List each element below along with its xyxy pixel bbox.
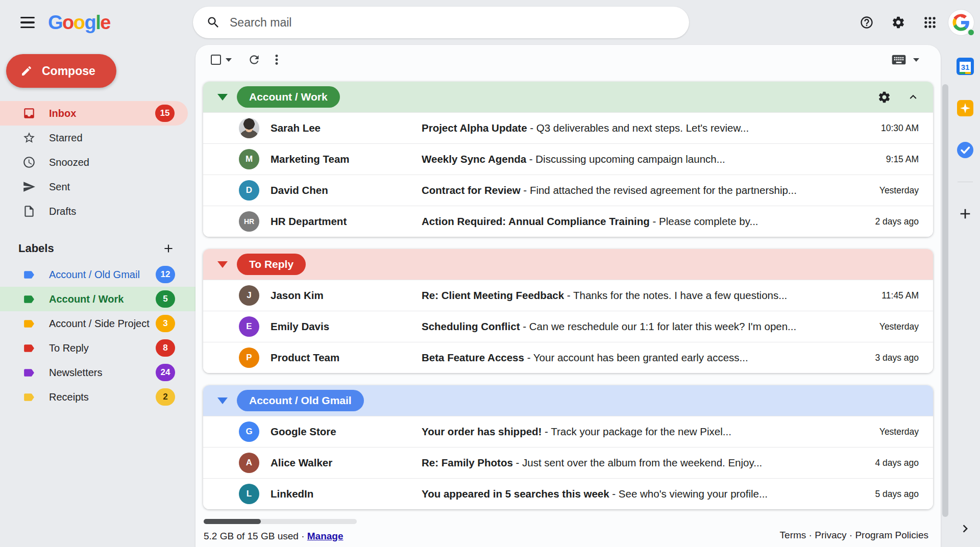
scrollbar-thumb[interactable]	[204, 519, 261, 524]
program-policies-link[interactable]: Program Policies	[855, 530, 928, 540]
mail-list-panel: Account / Work Sarah Lee Project Alpha U…	[195, 45, 941, 547]
email-sender: David Chen	[271, 184, 422, 196]
tasks-icon[interactable]	[955, 140, 975, 160]
main-menu-icon[interactable]	[15, 10, 40, 35]
collapse-triangle-icon[interactable]	[217, 94, 228, 101]
sidebar-label-newsletters[interactable]: Newsletters 24	[0, 360, 195, 385]
add-label-icon[interactable]	[162, 242, 175, 255]
privacy-link[interactable]: Privacy	[815, 530, 846, 540]
avatar: D	[239, 180, 259, 201]
horizontal-scrollbar[interactable]	[204, 519, 357, 524]
collapse-triangle-icon[interactable]	[217, 261, 228, 268]
collapse-section-icon[interactable]	[906, 90, 920, 104]
clock-icon	[22, 156, 36, 169]
sidebar-item-label: Inbox	[49, 108, 155, 119]
unread-count-badge: 15	[155, 105, 175, 122]
pencil-icon	[20, 65, 33, 77]
email-row[interactable]: M Marketing Team Weekly Sync Agenda - Di…	[203, 143, 933, 175]
mail-section-account-old-gmail: Account / Old Gmail G Google Store Your …	[203, 385, 933, 509]
sidebar-item-inbox[interactable]: Inbox 15	[0, 101, 188, 126]
email-time: Yesterday	[852, 321, 919, 332]
email-row[interactable]: D David Chen Contract for Review - Find …	[203, 175, 933, 206]
label-count-badge: 2	[156, 388, 175, 406]
email-time: 9:15 AM	[852, 154, 919, 165]
logo-letter: l	[95, 12, 100, 33]
vertical-scrollbar[interactable]	[942, 84, 948, 517]
email-time: 2 days ago	[852, 216, 919, 227]
keyboard-dropdown-caret-icon[interactable]	[913, 58, 919, 62]
star-icon	[22, 131, 36, 144]
calendar-icon[interactable]: 31	[955, 56, 975, 77]
add-addon-icon[interactable]	[955, 204, 975, 224]
avatar	[239, 118, 259, 138]
label-tag-icon	[22, 268, 35, 281]
section-header[interactable]: Account / Work	[203, 82, 933, 112]
email-sender: Emily Davis	[271, 320, 422, 333]
label-tag-icon	[22, 342, 35, 355]
search-input[interactable]	[230, 16, 676, 30]
email-row[interactable]: L LinkedIn You appeared in 5 searches th…	[203, 478, 933, 509]
email-sender: Google Store	[271, 426, 422, 438]
email-time: 4 days ago	[852, 458, 919, 468]
sidebar-label-account-side-project[interactable]: Account / Side Project 3	[0, 311, 195, 336]
section-header[interactable]: Account / Old Gmail	[203, 385, 933, 416]
sparkle-icon[interactable]	[955, 98, 975, 118]
top-bar: Google	[0, 0, 980, 45]
sidebar-label-receipts[interactable]: Receipts 2	[0, 385, 195, 409]
terms-link[interactable]: Terms	[780, 530, 806, 540]
sidebar-item-drafts[interactable]: Drafts	[0, 199, 188, 223]
sidebar-item-label: Sent	[49, 181, 188, 193]
avatar: P	[239, 347, 259, 368]
presence-dot	[967, 29, 975, 36]
label-tag-icon	[22, 317, 35, 330]
email-subject-snippet: Beta Feature Access - Your account has b…	[422, 352, 852, 364]
google-logo: Google	[48, 12, 110, 34]
compose-button[interactable]: Compose	[6, 54, 116, 88]
manage-storage-link[interactable]: Manage	[307, 531, 344, 541]
keyboard-icon	[891, 52, 907, 68]
label-count-badge: 5	[156, 290, 175, 308]
email-row[interactable]: G Google Store Your order has shipped! -…	[203, 416, 933, 447]
draft-file-icon	[22, 205, 36, 218]
settings-gear-icon[interactable]	[885, 9, 912, 36]
sidebar: Compose Inbox 15 Starred Snoozed Sent Dr…	[0, 45, 195, 547]
select-all-control[interactable]	[211, 55, 232, 65]
section-header[interactable]: To Reply	[203, 249, 933, 280]
email-row[interactable]: A Alice Walker Re: Family Photos - Just …	[203, 447, 933, 478]
email-row[interactable]: J Jason Kim Re: Client Meeting Feedback …	[203, 280, 933, 311]
email-subject-snippet: Contract for Review - Find attached the …	[422, 184, 852, 196]
sidebar-label-to-reply[interactable]: To Reply 8	[0, 336, 195, 360]
collapse-right-panel-icon[interactable]	[955, 518, 975, 539]
email-subject-snippet: Your order has shipped! - Track your pac…	[422, 426, 852, 438]
refresh-icon[interactable]	[243, 48, 265, 71]
email-row[interactable]: Sarah Lee Project Alpha Update - Q3 deli…	[203, 112, 933, 143]
labels-heading: Labels	[18, 242, 162, 255]
email-row[interactable]: P Product Team Beta Feature Access - You…	[203, 342, 933, 373]
account-avatar[interactable]	[948, 10, 974, 35]
sidebar-item-starred[interactable]: Starred	[0, 126, 188, 150]
email-time: Yesterday	[852, 185, 919, 196]
sidebar-item-sent[interactable]: Sent	[0, 175, 188, 199]
section-settings-gear-icon[interactable]	[877, 90, 891, 104]
sidebar-label-account-old-gmail[interactable]: Account / Old Gmail 12	[0, 262, 195, 287]
section-title-pill: Account / Old Gmail	[237, 390, 364, 411]
label-name: Account / Work	[49, 293, 156, 305]
select-all-checkbox[interactable]	[211, 55, 221, 65]
select-dropdown-caret-icon[interactable]	[226, 58, 232, 62]
logo-letter: e	[100, 12, 110, 33]
email-row[interactable]: E Emily Davis Scheduling Conflict - Can …	[203, 311, 933, 342]
more-options-icon[interactable]	[265, 48, 288, 71]
search-bar[interactable]	[193, 7, 689, 38]
sidebar-label-account-work[interactable]: Account / Work 5	[0, 287, 195, 311]
sidebar-item-label: Snoozed	[49, 157, 188, 168]
sidebar-item-snoozed[interactable]: Snoozed	[0, 150, 188, 175]
label-name: Account / Old Gmail	[49, 269, 156, 281]
apps-grid-icon[interactable]	[917, 9, 943, 36]
list-toolbar	[195, 45, 941, 74]
storage-usage-text: 5.2 GB of 15 GB used ·	[204, 531, 305, 541]
input-method-control[interactable]	[891, 52, 919, 68]
help-icon[interactable]	[853, 9, 880, 36]
collapse-triangle-icon[interactable]	[217, 397, 228, 404]
email-row[interactable]: HR HR Department Action Required: Annual…	[203, 206, 933, 237]
section-title-pill: To Reply	[237, 254, 306, 275]
